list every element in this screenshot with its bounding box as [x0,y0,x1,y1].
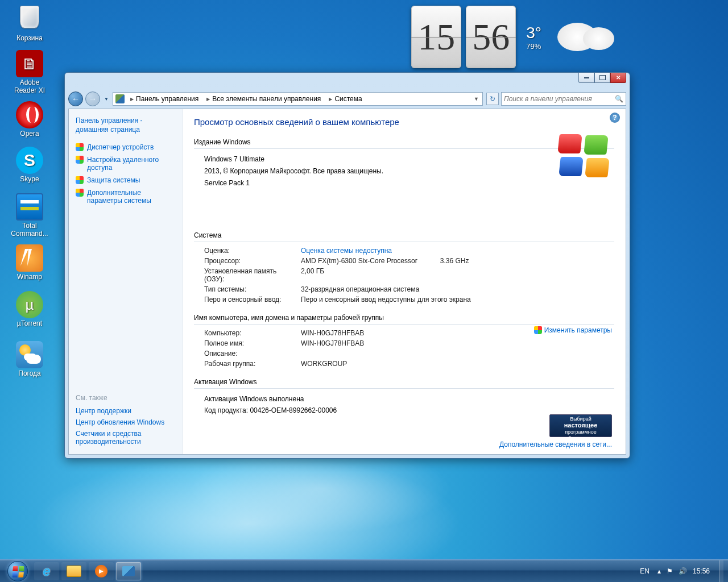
nav-forward-button[interactable]: → [85,92,100,106]
shield-icon [76,176,84,184]
icon-label: Adobe Reader XI [8,78,51,94]
change-settings-link[interactable]: Изменить параметры [534,326,612,334]
address-dropdown-icon[interactable]: ▼ [474,96,481,102]
breadcrumb-all[interactable]: ▶Все элементы панели управления [203,94,324,104]
totalcmd-icon [16,193,43,221]
taskbar-pin-system[interactable] [116,562,141,580]
rating-label: Оценка: [204,247,294,255]
taskbar-pin-ie[interactable] [34,562,59,580]
desktop-icon-adobe[interactable]: Adobe Reader XI [8,50,51,94]
desktop-icon-weather[interactable]: Погода [8,341,51,377]
nav-history-dropdown[interactable]: ▼ [102,92,110,106]
tray-volume-icon[interactable]: 🔊 [679,567,687,575]
humidity: 79% [526,42,541,51]
see-also-heading: См. также [76,394,175,402]
desktop-icon-total-commander[interactable]: Total Command... [8,193,51,238]
system-properties-window: ← → ▼ ▶Панель управления ▶Все элементы п… [64,72,630,459]
desc-value [301,350,614,357]
skype-icon [16,147,43,174]
comp-label: Компьютер: [204,329,294,337]
desktop-icon-utorrent[interactable]: µTorrent [8,291,51,327]
search-placeholder: Поиск в панели управления [504,95,592,103]
full-value: WIN-H0GJ78HFBAB [301,339,614,347]
address-bar[interactable]: ▶Панель управления ▶Все элементы панели … [113,92,483,106]
adobe-icon [16,50,43,77]
maximize-button[interactable] [594,73,610,83]
section-domain: Имя компьютера, имя домена и параметры р… [194,311,614,325]
clock-minutes: 56 [466,6,516,68]
tray-clock[interactable]: 15:56 [693,567,710,575]
icon-label: Total Command... [8,222,51,238]
search-icon: 🔍 [615,95,623,103]
weather-icon [16,341,43,368]
clock-weather-gadget: 15 56 3° 79% [411,6,620,68]
taskbar: EN ▴ ⚑ 🔊 15:56 [0,559,728,582]
task-system-protection[interactable]: Защита системы [76,174,175,186]
edition-block: Windows 7 Ultimate 2013, © Корпорация Ма… [204,153,614,189]
cpu-value: AMD FX(tm)-6300 Six-Core Processor3.36 G… [301,257,614,265]
task-device-manager[interactable]: Диспетчер устройств [76,141,175,153]
window-controls [578,73,626,83]
desktop-icon-opera[interactable]: Opera [8,101,51,138]
icon-label: Погода [8,369,51,377]
type-value: 32-разрядная операционная система [301,285,614,293]
full-label: Полное имя: [204,339,294,347]
opera-icon [16,101,43,128]
start-orb-icon [7,561,28,581]
taskbar-pin-explorer[interactable] [61,562,86,580]
taskbar-pin-wmp[interactable] [89,562,114,580]
winamp-icon [16,244,43,272]
online-info-link[interactable]: Дополнительные сведения в сети... [499,440,612,448]
ram-value: 2,00 ГБ [301,267,614,283]
link-windows-update[interactable]: Центр обновления Windows [76,417,175,428]
temperature: 3° [526,24,541,42]
activation-status: Активация Windows выполнена [204,393,614,405]
help-icon[interactable]: ? [610,113,620,123]
page-title: Просмотр основных сведений о вашем компь… [194,117,614,127]
icon-label: Skype [8,175,51,183]
desktop-icon-skype[interactable]: Skype [8,147,51,183]
clock-hours: 15 [411,6,461,68]
close-button[interactable] [610,73,626,83]
section-activation: Активация Windows [194,376,614,389]
window-body: Панель управления -домашняя страница Дис… [68,109,626,455]
domain-grid: Компьютер: WIN-H0GJ78HFBAB Полное имя: W… [204,329,614,368]
nav-back-button[interactable]: ← [68,92,83,106]
flip-clock: 15 56 [411,6,516,68]
task-remote-settings[interactable]: Настройка удаленного доступа [76,153,175,174]
edition-copyright: 2013, © Корпорация Майкрософт. Все права… [204,165,614,177]
breadcrumb-root[interactable]: ▶Панель управления [127,94,202,104]
section-system: Система [194,229,614,242]
shield-icon [76,143,84,151]
windows-logo-icon [559,134,610,180]
minimize-button[interactable] [578,73,594,83]
see-also: См. также Центр поддержки Центр обновлен… [76,394,175,447]
edition-sp: Service Pack 1 [204,177,614,189]
tray-flag-icon[interactable]: ⚑ [667,567,673,575]
ram-label: Установленная память (ОЗУ): [204,267,294,283]
link-action-center[interactable]: Центр поддержки [76,405,175,417]
refresh-button[interactable]: ↻ [486,93,499,105]
shield-icon [76,189,84,197]
control-panel-icon [115,94,125,103]
task-advanced-settings[interactable]: Дополнительные параметры системы [76,186,175,207]
pen-value: Перо и сенсорный ввод недоступны для это… [301,296,614,304]
cp-home-link[interactable]: Панель управления -домашняя страница [76,116,175,134]
icon-label: Opera [8,130,51,138]
pen-label: Перо и сенсорный ввод: [204,296,294,304]
breadcrumb-current[interactable]: ▶Система [325,94,365,104]
content-pane: ? Просмотр основных сведений о вашем ком… [183,109,626,454]
desktop-icon-recycle[interactable]: Корзина [8,3,51,42]
cloud-icon [552,17,620,57]
start-button[interactable] [2,560,33,583]
weather-readout: 3° 79% [526,24,541,51]
rating-link[interactable]: Оценка системы недоступна [301,247,392,255]
show-desktop-button[interactable] [719,560,723,582]
link-performance[interactable]: Счетчики и средства производительности [76,428,175,447]
genuine-microsoft-badge[interactable]: Выбирай настоящее программное обеспечени… [549,414,612,437]
navigation-bar: ← → ▼ ▶Панель управления ▶Все элементы п… [68,90,626,108]
desktop-icon-winamp[interactable]: Winamp [8,244,51,281]
search-box[interactable]: Поиск в панели управления 🔍 [501,92,626,106]
language-indicator[interactable]: EN [638,566,652,576]
tray-chevron-icon[interactable]: ▴ [657,567,661,575]
